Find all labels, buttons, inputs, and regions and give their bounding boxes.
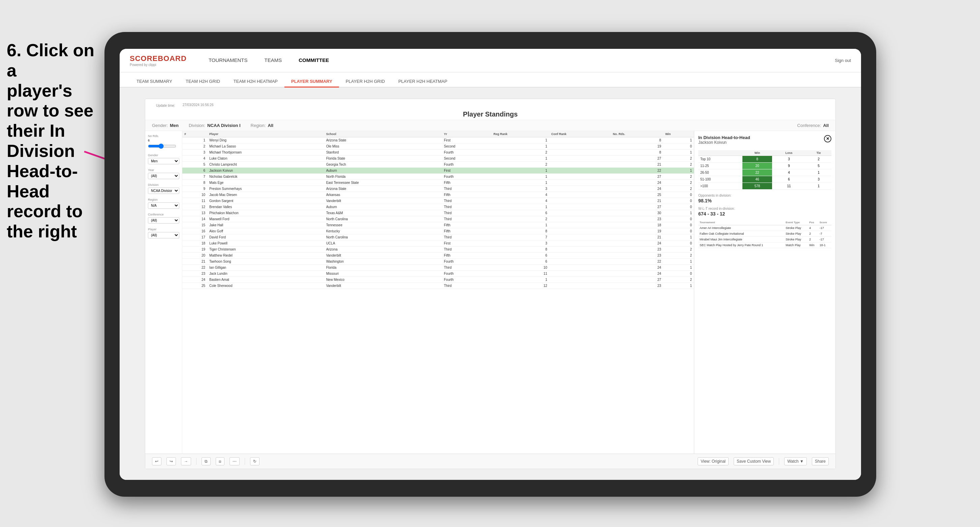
view-original-button[interactable]: View: Original: [698, 457, 729, 465]
forward-button[interactable]: →: [181, 457, 191, 465]
table-row[interactable]: 14 Maxwell Ford North Carolina Third 2 2…: [182, 216, 694, 222]
sub-nav: TEAM SUMMARY TEAM H2H GRID TEAM H2H HEAT…: [119, 72, 861, 87]
table-row[interactable]: 8 Mats Ege East Tennessee State Fifth 1 …: [182, 179, 694, 186]
tournament-row: Mirabel Maui Jim Intercollegiate Stroke …: [698, 237, 831, 242]
cell-school: Arkansas: [324, 192, 442, 198]
cell-school: Florida State: [324, 155, 442, 161]
share-button[interactable]: Share: [812, 457, 829, 465]
paste-button[interactable]: ⧈: [216, 457, 224, 465]
sign-out-link[interactable]: Sign out: [835, 58, 851, 63]
h2h-rank: 26-50: [698, 169, 742, 176]
h2h-close-button[interactable]: ✕: [824, 135, 831, 143]
table-row[interactable]: 3 Michael Thorbjornsen Stanford Fourth 2…: [182, 149, 694, 155]
conference-select[interactable]: (All): [148, 217, 179, 224]
cell-num: 13: [182, 210, 207, 216]
cell-player: Wenyi Ding: [207, 137, 324, 143]
h2h-loss: 4: [772, 169, 806, 176]
h2h-loss: 3: [772, 156, 806, 162]
cell-num: 15: [182, 222, 207, 228]
filter-region: Region: All: [251, 123, 273, 128]
cell-rds: 19: [611, 228, 663, 234]
player-select[interactable]: (All): [148, 232, 179, 238]
instruction-text: 6. Click on a player's row to see their …: [0, 40, 98, 242]
cell-win: 1: [663, 167, 694, 173]
copy-button[interactable]: ⧉: [202, 457, 211, 465]
refresh-button[interactable]: ↻: [250, 457, 259, 465]
table-row[interactable]: 24 Bastien Amat New Mexico Fourth 1 27 2: [182, 276, 694, 283]
year-select[interactable]: (All): [148, 173, 179, 179]
cell-school: Florida: [324, 264, 442, 270]
cell-num: 1: [182, 137, 207, 143]
table-row[interactable]: 12 Brendan Valles Auburn Third 1 27 0: [182, 204, 694, 210]
undo-button[interactable]: ↩: [152, 457, 161, 465]
sub-nav-team-h2h-grid[interactable]: TEAM H2H GRID: [179, 76, 227, 87]
sub-nav-player-h2h-grid[interactable]: PLAYER H2H GRID: [339, 76, 391, 87]
table-row[interactable]: 1 Wenyi Ding Arizona State First 1 8 1: [182, 137, 694, 143]
nav-committee[interactable]: COMMITTEE: [290, 54, 337, 67]
cell-num: 24: [182, 276, 207, 283]
table-row[interactable]: 9 Preston Summerhays Arizona State Third…: [182, 186, 694, 192]
h2h-tie: 5: [806, 162, 831, 169]
redo-button[interactable]: ↪: [167, 457, 176, 465]
h2h-header: In Division Head-to-Head Jackson Koivun …: [698, 135, 831, 148]
cell-win: 1: [663, 137, 694, 143]
table-row[interactable]: 11 Gordon Sargent Vanderbilt Third 4 21 …: [182, 198, 694, 204]
nav-teams[interactable]: TEAMS: [256, 54, 290, 67]
rounds-slider[interactable]: [148, 143, 176, 149]
cell-reg: 1: [492, 155, 549, 161]
table-row[interactable]: 17 David Ford North Carolina Third 7 21 …: [182, 234, 694, 240]
h2h-rank: 51-100: [698, 176, 742, 183]
division-select[interactable]: NCAA Division I: [148, 187, 179, 194]
sub-nav-player-summary[interactable]: PLAYER SUMMARY: [285, 76, 339, 87]
table-row[interactable]: 6 Jackson Koivun Auburn First 1 22 1: [182, 167, 694, 173]
sidebar-gender-section: Gender Men Women: [148, 154, 179, 164]
cell-conf: [549, 204, 611, 210]
cell-reg: 2: [492, 216, 549, 222]
table-row[interactable]: 18 Luke Powell UCLA First 3 24 0: [182, 240, 694, 246]
table-row[interactable]: 10 Jacob Mac Diesen Arkansas Fifth 4 25 …: [182, 192, 694, 198]
cell-conf: [549, 149, 611, 155]
table-row[interactable]: 2 Michael La Sasso Ole Miss Second 1 19 …: [182, 143, 694, 149]
table-row[interactable]: 4 Luke Claton Florida State Second 1 27 …: [182, 155, 694, 161]
table-row[interactable]: 5 Christo Lamprecht Georgia Tech Fourth …: [182, 161, 694, 167]
save-custom-button[interactable]: Save Custom View: [733, 457, 774, 465]
h2h-tie: 3: [806, 176, 831, 183]
watch-button[interactable]: Watch ▼: [784, 457, 807, 465]
gender-select[interactable]: Men Women: [148, 158, 179, 164]
cell-num: 2: [182, 143, 207, 149]
table-row[interactable]: 15 Jake Hall Tennessee Fifth 1 18 0: [182, 222, 694, 228]
sub-nav-team-h2h-heatmap[interactable]: TEAM H2H HEATMAP: [227, 76, 285, 87]
cell-rds: 22: [611, 167, 663, 173]
cell-reg: 3: [492, 240, 549, 246]
cell-school: Arizona: [324, 246, 442, 252]
table-row[interactable]: 19 Tiger Christensen Arizona Third 8 23 …: [182, 246, 694, 252]
nav-items: TOURNAMENTS TEAMS COMMITTEE: [200, 54, 337, 67]
h2h-loss: 9: [772, 162, 806, 169]
cell-school: Auburn: [324, 204, 442, 210]
sidebar-region-section: Region N/A: [148, 198, 179, 209]
table-row[interactable]: 20 Matthew Riedel Vanderbilt Fifth 6 23 …: [182, 252, 694, 258]
table-row[interactable]: 23 Jack Lundin Missouri Fourth 11 24 0: [182, 270, 694, 276]
cell-reg: 10: [492, 264, 549, 270]
more-button[interactable]: ⋯: [229, 457, 240, 465]
region-select[interactable]: N/A: [148, 202, 179, 209]
cell-yr: Fifth: [442, 179, 492, 186]
cell-school: Vanderbilt: [324, 198, 442, 204]
rounds-control: 6: [148, 139, 179, 142]
cell-player: Taehoon Song: [207, 258, 324, 264]
cell-win: 0: [663, 240, 694, 246]
table-row[interactable]: 7 Nicholas Gabrelcik North Florida Fourt…: [182, 173, 694, 179]
table-row[interactable]: 16 Alex Goff Kentucky Fifth 8 19 0: [182, 228, 694, 234]
table-row[interactable]: 21 Taehoon Song Washington Fourth 6 22 1: [182, 258, 694, 264]
table-row[interactable]: 25 Cole Sherwood Vanderbilt Third 12 23 …: [182, 283, 694, 289]
table-row[interactable]: 22 Ian Gilligan Florida Third 10 24 1: [182, 264, 694, 270]
rounds-value: 6: [148, 139, 150, 142]
opponents-pct: 98.1%: [698, 198, 831, 203]
table-row[interactable]: 13 Phichaksn Maichon Texas A&M Third 6 3…: [182, 210, 694, 216]
nav-tournaments[interactable]: TOURNAMENTS: [200, 54, 256, 67]
sub-nav-team-summary[interactable]: TEAM SUMMARY: [130, 76, 179, 87]
col-reg-rank: Reg Rank: [492, 131, 549, 137]
cell-conf: [549, 173, 611, 179]
sub-nav-player-h2h-heatmap[interactable]: PLAYER H2H HEATMAP: [391, 76, 454, 87]
cell-win: 0: [663, 216, 694, 222]
